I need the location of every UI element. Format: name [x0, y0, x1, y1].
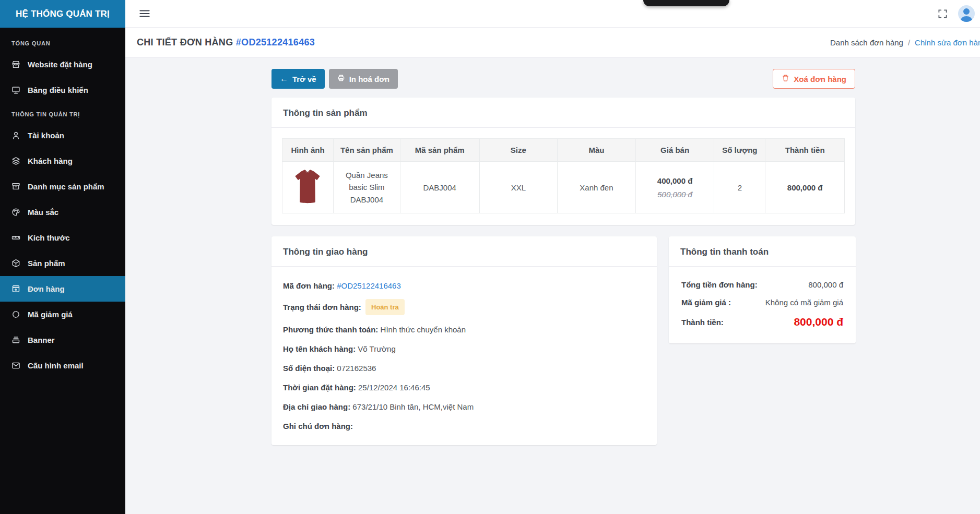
sidebar-item-categories[interactable]: Danh mục sản phẩm — [0, 174, 125, 199]
sidebar-item-label: Website đặt hàng — [28, 60, 92, 69]
delete-order-button[interactable]: Xoá đơn hàng — [773, 69, 855, 89]
sidebar-item-label: Danh mục sản phẩm — [28, 182, 104, 191]
sidebar-item-banner[interactable]: Banner — [0, 327, 125, 353]
payment-card-title: Thông tin thanh toán — [680, 247, 844, 257]
print-invoice-button[interactable]: In hoá đơn — [329, 69, 398, 89]
product-color: Xanh đen — [558, 162, 636, 213]
product-quantity: 2 — [714, 162, 765, 213]
user-avatar[interactable] — [958, 5, 975, 22]
customer-name-label: Họ tên khách hàng: — [283, 344, 356, 353]
topbar-actions — [938, 5, 975, 22]
address-row: Địa chỉ giao hàng: 673/21/10 Binh tân, H… — [283, 401, 645, 412]
order-code-label: Mã đơn hàng: — [283, 281, 335, 290]
breadcrumb: Danh sách đơn hàng/Chỉnh sửa đơn hàng — [830, 38, 980, 47]
layers-icon — [11, 157, 20, 165]
payment-card-body: Tổng tiền đơn hàng: 800,000 đ Mã giảm gi… — [669, 267, 856, 343]
col-header-size: Size — [479, 139, 558, 162]
phone-row: Số điện thoại: 072162536 — [283, 363, 645, 374]
payment-info-card: Thông tin thanh toán Tổng tiền đơn hàng:… — [669, 236, 856, 343]
col-header-price: Giá bán — [635, 139, 714, 162]
order-code-link[interactable]: #OD25122416463 — [337, 281, 401, 290]
address-value: 673/21/10 Binh tân, HCM,việt Nam — [352, 402, 474, 411]
ruler-icon — [11, 233, 20, 242]
sidebar-item-label: Tài khoản — [28, 131, 64, 140]
sidebar-item-sizes[interactable]: Kích thước — [0, 225, 125, 250]
sidebar: HỆ THỐNG QUẢN TRỊ TỔNG QUAN Website đặt … — [0, 0, 125, 514]
order-time-value: 25/12/2024 16:46:45 — [358, 383, 430, 392]
discount-value: Không có mã giảm giá — [765, 298, 843, 307]
product-code: DABJ004 — [400, 162, 479, 213]
sidebar-item-label: Kích thước — [28, 233, 70, 242]
order-code-row: Mã đơn hàng: #OD25122416463 — [283, 280, 645, 291]
grand-total-row: Thành tiền: 800,000 đ — [681, 316, 843, 328]
nav-section-overview: TỔNG QUAN — [0, 28, 125, 52]
subtotal-value: 800,000 đ — [808, 280, 843, 289]
fullscreen-icon[interactable] — [938, 9, 948, 19]
payment-card-header: Thông tin thanh toán — [669, 236, 856, 267]
subtotal-row: Tổng tiền đơn hàng: 800,000 đ — [681, 280, 843, 289]
note-label: Ghi chú đơn hàng: — [283, 422, 353, 431]
sidebar-item-label: Mã giảm giá — [28, 310, 73, 319]
customer-name-value: Võ Trường — [358, 344, 395, 353]
product-image — [287, 167, 329, 208]
sidebar-item-email-config[interactable]: Cấu hình email — [0, 353, 125, 378]
product-table: Hình ảnh Tên sản phẩm Mã sản phẩm Size M… — [282, 138, 845, 213]
subtotal-label: Tổng tiền đơn hàng: — [681, 280, 758, 289]
sidebar-item-products[interactable]: Sản phẩm — [0, 250, 125, 276]
sidebar-item-coupons[interactable]: Mã giảm giá — [0, 302, 125, 327]
payment-method-label: Phương thức thanh toán: — [283, 325, 378, 334]
sidebar-item-label: Banner — [28, 336, 55, 344]
product-card-title: Thông tin sản phẩm — [283, 108, 844, 118]
product-name: Quần Jeans basic Slim DABJ004 — [333, 162, 400, 213]
sidebar-item-website[interactable]: Website đặt hàng — [0, 52, 125, 77]
sale-price: 400,000 đ — [640, 176, 710, 185]
shipping-card-header: Thông tin giao hàng — [271, 236, 657, 267]
brand-header: HỆ THỐNG QUẢN TRỊ — [0, 0, 125, 28]
menu-toggle-icon[interactable] — [139, 8, 150, 19]
address-label: Địa chỉ giao hàng: — [283, 402, 350, 411]
order-time-row: Thời gian đặt hàng: 25/12/2024 16:46:45 — [283, 382, 645, 393]
table-row: Quần Jeans basic Slim DABJ004 DABJ004 XX… — [282, 162, 845, 213]
shipping-card-title: Thông tin giao hàng — [283, 247, 645, 257]
sidebar-item-orders[interactable]: Đơn hàng — [0, 276, 125, 302]
topbar — [125, 0, 980, 28]
discount-row: Mã giảm giá : Không có mã giảm giá — [681, 298, 843, 307]
col-header-image: Hình ảnh — [282, 139, 334, 162]
breadcrumb-separator: / — [908, 38, 910, 47]
storefront-icon — [11, 60, 20, 69]
status-badge: Hoàn trả — [365, 299, 405, 315]
sidebar-item-label: Sản phẩm — [28, 259, 65, 268]
table-header-row: Hình ảnh Tên sản phẩm Mã sản phẩm Size M… — [282, 139, 845, 162]
page-title: CHI TIẾT ĐƠN HÀNG #OD25122416463 — [137, 37, 315, 48]
breadcrumb-edit-order[interactable]: Chỉnh sửa đơn hàng — [915, 38, 980, 47]
sidebar-item-accounts[interactable]: Tài khoản — [0, 123, 125, 148]
sidebar-item-label: Bảng điều khiển — [28, 86, 88, 94]
note-row: Ghi chú đơn hàng: — [283, 421, 645, 432]
sidebar-item-customers[interactable]: Khách hàng — [0, 148, 125, 174]
col-header-name: Tên sản phẩm — [333, 139, 400, 162]
back-button[interactable]: ← Trở về — [271, 69, 325, 89]
sidebar-item-colors[interactable]: Màu sắc — [0, 199, 125, 225]
package-icon — [11, 259, 20, 268]
page-title-order-id: #OD25122416463 — [236, 37, 315, 47]
sidebar-item-label: Đơn hàng — [28, 284, 65, 293]
main-area: CHI TIẾT ĐƠN HÀNG #OD25122416463 Danh sá… — [125, 28, 980, 514]
discount-badge-icon — [11, 310, 20, 319]
sidebar-item-label: Khách hàng — [28, 157, 73, 165]
delete-button-label: Xoá đơn hàng — [794, 75, 846, 83]
monitor-icon — [11, 86, 20, 94]
order-detail-page: { "colors": { "brand_blue": "#1678ae", "… — [0, 0, 980, 514]
palette-icon — [11, 208, 20, 217]
breadcrumb-order-list[interactable]: Danh sách đơn hàng — [830, 38, 903, 47]
sidebar-item-dashboard[interactable]: Bảng điều khiển — [0, 77, 125, 103]
phone-value: 072162536 — [337, 364, 376, 373]
shipping-card-body: Mã đơn hàng: #OD25122416463 Trạng thái đ… — [271, 267, 657, 445]
banner-stack-icon — [11, 336, 20, 344]
top-overlay-pill — [643, 0, 729, 6]
product-image-cell — [282, 162, 334, 213]
trash-icon — [782, 74, 789, 83]
product-size: XXL — [479, 162, 558, 213]
order-status-label: Trạng thái đơn hàng: — [283, 303, 361, 312]
col-header-code: Mã sản phẩm — [400, 139, 479, 162]
page-title-text: CHI TIẾT ĐƠN HÀNG — [137, 37, 233, 47]
